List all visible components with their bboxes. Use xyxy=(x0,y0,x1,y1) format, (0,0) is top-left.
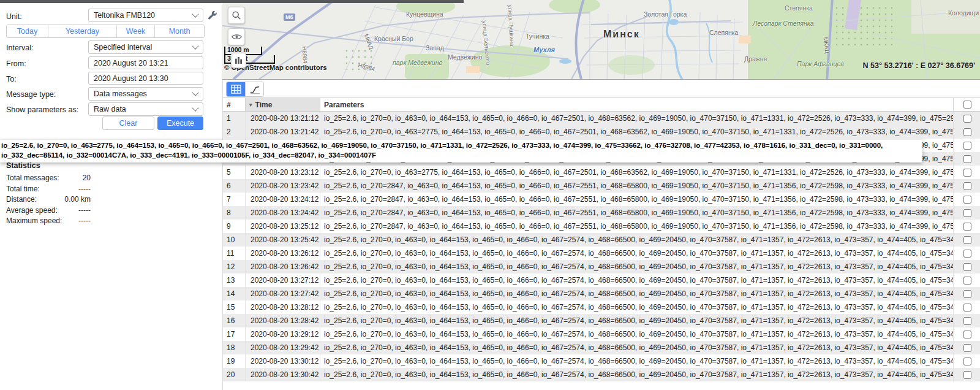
table-row[interactable]: 82020-08-20 13:24:42io_25=2.6, io_270=28… xyxy=(223,206,980,220)
show-parameters-select[interactable]: Raw data xyxy=(88,102,203,116)
unit-select[interactable]: Teltonika FMB120 xyxy=(88,9,203,22)
map-panel[interactable]: КунцевщинаКрасный БорЗападМедвежинопарк … xyxy=(222,0,980,80)
table-row[interactable]: 92020-08-20 13:25:12io_25=2.6, io_270=28… xyxy=(223,220,980,233)
row-time: 2020-08-20 13:28:42 xyxy=(246,314,320,327)
row-time: 2020-08-20 13:27:12 xyxy=(246,273,320,287)
table-row[interactable]: 162020-08-20 13:28:42io_25=2.6, io_270=0… xyxy=(223,314,980,327)
table-row[interactable]: 62020-08-20 13:23:42io_25=2.6, io_270=28… xyxy=(223,179,980,193)
row-checkbox[interactable] xyxy=(963,182,971,190)
today-button[interactable]: Today xyxy=(7,25,48,37)
row-time: 2020-08-20 13:24:42 xyxy=(246,206,320,220)
row-checkbox-cell xyxy=(954,260,980,273)
map-layers-button[interactable] xyxy=(231,53,246,68)
table-row[interactable]: 22020-08-20 13:21:42io_25=2.6, io_270=0,… xyxy=(223,125,980,139)
table-row[interactable]: 182020-08-20 13:29:42io_25=2.6, io_270=0… xyxy=(223,341,980,354)
row-number: 14 xyxy=(223,287,246,300)
unit-settings-button[interactable] xyxy=(207,10,218,21)
table-row[interactable]: 192020-08-20 13:30:12io_25=2.6, io_270=0… xyxy=(223,354,980,368)
row-checkbox-cell xyxy=(954,152,980,166)
table-row[interactable]: 202020-08-20 13:30:42io_25=2.6, io_270=0… xyxy=(223,368,980,381)
execute-button[interactable]: Execute xyxy=(157,117,203,130)
row-checkbox[interactable] xyxy=(963,128,971,136)
row-checkbox[interactable] xyxy=(963,236,971,244)
top-divider-bar xyxy=(0,0,464,3)
row-time: 2020-08-20 13:30:12 xyxy=(246,354,320,368)
table-row[interactable]: 12020-08-20 13:21:12io_25=2.6, io_270=0,… xyxy=(223,112,980,125)
column-header-time[interactable]: ▾Time xyxy=(246,98,320,111)
row-parameters: io_25=2.6, io_270=0, io_463=0, io_464=15… xyxy=(320,300,954,314)
map-visibility-button[interactable] xyxy=(228,28,245,45)
chart-icon xyxy=(249,85,260,94)
row-checkbox[interactable] xyxy=(963,142,971,150)
map-label: H8984 xyxy=(301,46,309,64)
row-checkbox[interactable] xyxy=(963,290,971,298)
row-time: 2020-08-20 13:29:42 xyxy=(246,341,320,354)
row-checkbox[interactable] xyxy=(963,371,971,379)
row-checkbox[interactable] xyxy=(963,169,971,177)
table-view-button[interactable] xyxy=(227,82,245,96)
row-number: 2 xyxy=(223,125,246,139)
week-button[interactable]: Week xyxy=(117,25,155,37)
show-parameters-label: Show parameters as: xyxy=(6,105,78,114)
stat-row: Total time:----- xyxy=(6,184,91,195)
sort-caret-icon: ▾ xyxy=(249,102,252,108)
row-checkbox[interactable] xyxy=(963,344,971,352)
row-checkbox[interactable] xyxy=(963,196,971,204)
row-checkbox[interactable] xyxy=(963,317,971,325)
parameters-tooltip: io_25=2.6, io_270=0, io_463=2775, io_464… xyxy=(0,140,922,162)
chevron-down-icon xyxy=(192,42,198,49)
from-input-value: 2020 August 20 13:21 xyxy=(94,59,168,67)
month-button[interactable]: Month xyxy=(155,25,204,37)
row-number: 1 xyxy=(223,112,246,125)
row-checkbox[interactable] xyxy=(963,263,971,271)
row-number: 16 xyxy=(223,314,246,327)
stat-label: Average speed: xyxy=(6,205,58,216)
stat-row: Distance:0.00 km xyxy=(6,194,91,205)
row-checkbox[interactable] xyxy=(963,250,971,258)
interval-select-value: Specified interval xyxy=(94,43,152,52)
row-checkbox-cell xyxy=(954,247,980,260)
column-header-parameters[interactable]: Parameters xyxy=(320,98,954,111)
table-row[interactable]: 122020-08-20 13:26:42io_25=2.6, io_270=0… xyxy=(223,260,980,273)
row-parameters: io_25=2.6, io_270=2847, io_463=0, io_464… xyxy=(320,220,954,233)
row-checkbox[interactable] xyxy=(963,277,971,285)
interval-select[interactable]: Specified interval xyxy=(88,40,203,54)
table-row[interactable]: 72020-08-20 13:24:12io_25=2.6, io_270=28… xyxy=(223,193,980,206)
interval-label: Interval: xyxy=(6,44,33,52)
table-row[interactable]: 132020-08-20 13:27:12io_25=2.6, io_270=0… xyxy=(223,273,980,287)
to-input[interactable]: 2020 August 20 13:30 xyxy=(88,72,203,85)
row-parameters: io_25=2.6, io_270=0, io_463=0, io_464=15… xyxy=(320,247,954,260)
row-checkbox-cell xyxy=(954,327,980,341)
to-input-value: 2020 August 20 13:30 xyxy=(94,74,168,83)
row-number: 20 xyxy=(223,368,246,381)
column-header-num[interactable]: # xyxy=(223,98,246,111)
chart-view-button[interactable] xyxy=(245,82,263,96)
message-type-select[interactable]: Data messages xyxy=(88,87,203,101)
map-label: Колодищи xyxy=(948,9,979,17)
select-all-checkbox[interactable] xyxy=(963,101,971,109)
table-row[interactable]: 102020-08-20 13:25:42io_25=2.6, io_270=0… xyxy=(223,233,980,247)
map-label: Золотая Горка xyxy=(644,10,687,18)
row-checkbox[interactable] xyxy=(963,304,971,312)
row-checkbox[interactable] xyxy=(963,331,971,338)
row-checkbox[interactable] xyxy=(963,155,971,163)
row-checkbox[interactable] xyxy=(963,358,971,365)
row-checkbox[interactable] xyxy=(963,209,971,217)
row-checkbox[interactable] xyxy=(963,223,971,231)
row-number: 7 xyxy=(223,193,246,206)
table-row[interactable]: 172020-08-20 13:29:12io_25=2.6, io_270=0… xyxy=(223,327,980,341)
table-row[interactable]: 52020-08-20 13:23:12io_25=2.6, io_270=0,… xyxy=(223,166,980,179)
table-row[interactable]: 142020-08-20 13:27:42io_25=2.6, io_270=0… xyxy=(223,287,980,300)
clear-button[interactable]: Clear xyxy=(102,117,154,130)
row-checkbox[interactable] xyxy=(963,115,971,123)
table-row[interactable]: 112020-08-20 13:26:12io_25=2.6, io_270=0… xyxy=(223,247,980,260)
table-row[interactable]: 152020-08-20 13:28:12io_25=2.6, io_270=0… xyxy=(223,300,980,314)
stat-label: Total messages: xyxy=(6,173,59,184)
row-time: 2020-08-20 13:26:42 xyxy=(246,260,320,273)
stat-row: Total messages:20 xyxy=(6,173,91,184)
map-search-button[interactable] xyxy=(228,7,245,24)
map-label: Кунцевщина xyxy=(406,10,443,18)
yesterday-button[interactable]: Yesterday xyxy=(48,25,117,37)
from-input[interactable]: 2020 August 20 13:21 xyxy=(88,56,203,69)
row-checkbox-cell xyxy=(954,368,980,381)
